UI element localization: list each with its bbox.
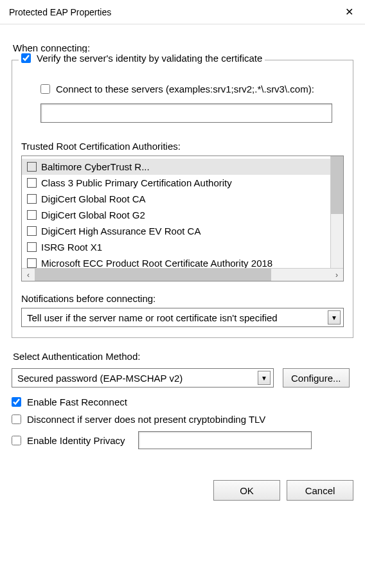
- connect-servers-input[interactable]: [40, 103, 332, 123]
- close-icon: ✕: [345, 6, 353, 18]
- authority-checkbox[interactable]: [27, 242, 37, 252]
- authority-name: DigiCert Global Root G2: [41, 209, 145, 220]
- authority-item[interactable]: Baltimore CyberTrust R...: [22, 159, 330, 175]
- connect-servers-row[interactable]: Connect to these servers (examples:srv1;…: [40, 84, 344, 94]
- authority-name: Class 3 Public Primary Certification Aut…: [41, 177, 232, 188]
- configure-button[interactable]: Configure...: [283, 368, 350, 388]
- authority-checkbox[interactable]: [27, 194, 37, 204]
- verify-label: Verify the server's identity by validati…: [37, 53, 262, 64]
- ok-button[interactable]: OK: [213, 480, 280, 501]
- authority-item[interactable]: DigiCert Global Root G2: [22, 207, 330, 223]
- identity-privacy-input[interactable]: [138, 431, 312, 449]
- verify-legend[interactable]: Verify the server's identity by validati…: [19, 53, 265, 64]
- authority-name: ISRG Root X1: [41, 242, 102, 253]
- authority-item[interactable]: DigiCert High Assurance EV Root CA: [22, 223, 330, 239]
- when-connecting-label: When connecting:: [13, 42, 353, 53]
- cancel-button[interactable]: Cancel: [287, 480, 353, 501]
- identity-privacy-checkbox[interactable]: [12, 436, 21, 445]
- notifications-label: Notifications before connecting:: [21, 293, 344, 304]
- authority-name: DigiCert High Assurance EV Root CA: [41, 226, 200, 236]
- authority-checkbox[interactable]: [27, 258, 37, 268]
- notifications-value: Tell user if the server name or root cer…: [27, 312, 278, 323]
- fast-reconnect-row[interactable]: Enable Fast Reconnect: [12, 396, 353, 407]
- authority-item[interactable]: Class 3 Public Primary Certification Aut…: [22, 175, 330, 191]
- auth-method-value: Secured password (EAP-MSCHAP v2): [17, 373, 182, 384]
- trusted-authorities-list[interactable]: Baltimore CyberTrust R...Class 3 Public …: [21, 156, 344, 281]
- authority-item[interactable]: Microsoft ECC Product Root Certificate A…: [22, 255, 330, 268]
- authority-checkbox[interactable]: [27, 226, 37, 236]
- authority-item[interactable]: DigiCert Global Root CA: [22, 191, 330, 207]
- authority-item[interactable]: ISRG Root X1: [22, 239, 330, 255]
- cryptobinding-checkbox[interactable]: [12, 414, 21, 424]
- fast-reconnect-checkbox[interactable]: [12, 397, 21, 407]
- connect-servers-label: Connect to these servers (examples:srv1;…: [56, 84, 314, 94]
- identity-privacy-row: Enable Identity Privacy: [12, 431, 353, 449]
- window-title: Protected EAP Properties: [9, 7, 111, 17]
- authority-name: Microsoft ECC Product Root Certificate A…: [41, 258, 272, 268]
- scroll-thumb[interactable]: [35, 269, 271, 281]
- identity-privacy-label: Enable Identity Privacy: [27, 435, 125, 446]
- authority-checkbox[interactable]: [27, 162, 37, 172]
- auth-method-dropdown[interactable]: Secured password (EAP-MSCHAP v2) ▼: [12, 368, 274, 388]
- connect-servers-checkbox[interactable]: [40, 84, 50, 94]
- chevron-down-icon[interactable]: ▼: [258, 371, 271, 385]
- auth-method-label: Select Authentication Method:: [13, 351, 353, 362]
- verify-identity-group: Verify the server's identity by validati…: [12, 60, 353, 338]
- fast-reconnect-label: Enable Fast Reconnect: [27, 396, 127, 407]
- notifications-dropdown[interactable]: Tell user if the server name or root cer…: [21, 308, 344, 327]
- authority-checkbox[interactable]: [27, 178, 37, 188]
- scroll-right-icon[interactable]: ›: [330, 271, 343, 280]
- cryptobinding-row[interactable]: Disconnect if server does not present cr…: [12, 414, 353, 425]
- verify-checkbox[interactable]: [21, 53, 31, 63]
- dialog-footer: OK Cancel: [0, 480, 365, 501]
- close-button[interactable]: ✕: [334, 2, 364, 22]
- titlebar: Protected EAP Properties ✕: [0, 0, 365, 24]
- auth-method-row: Secured password (EAP-MSCHAP v2) ▼ Confi…: [12, 368, 353, 388]
- authority-checkbox[interactable]: [27, 210, 37, 220]
- scroll-left-icon[interactable]: ‹: [22, 271, 35, 280]
- horizontal-scrollbar[interactable]: ‹ ›: [22, 268, 343, 281]
- authority-name: DigiCert Global Root CA: [41, 193, 146, 204]
- cryptobinding-label: Disconnect if server does not present cr…: [27, 414, 265, 425]
- chevron-down-icon[interactable]: ▼: [328, 310, 341, 325]
- vertical-scrollbar[interactable]: [330, 156, 343, 268]
- authority-name: Baltimore CyberTrust R...: [41, 161, 150, 172]
- trusted-label: Trusted Root Certification Authorities:: [21, 141, 344, 152]
